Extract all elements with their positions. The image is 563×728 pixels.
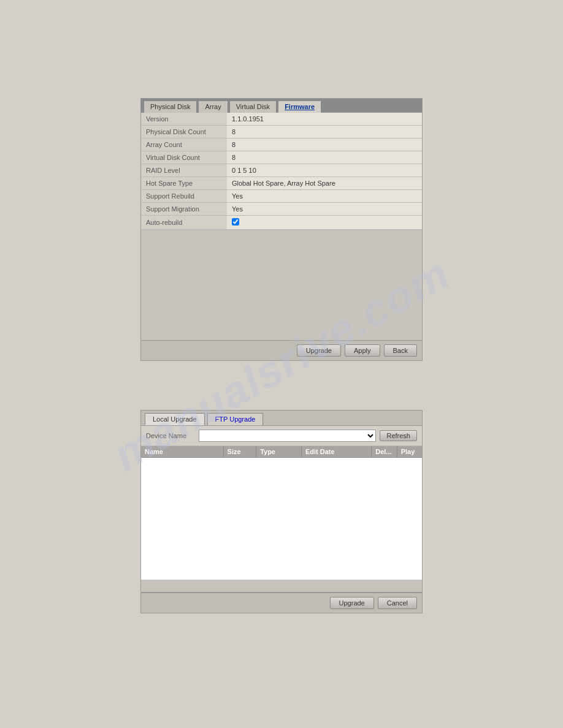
firmware-button-bar: Upgrade Apply Back [141, 340, 422, 360]
firmware-panel: Physical Disk Array Virtual Disk Firmwar… [140, 98, 423, 361]
table-row: Virtual Disk Count 8 [141, 151, 422, 164]
upgrade-panel: Local Upgrade FTP Upgrade Device Name Re… [140, 410, 423, 613]
row-value: 8 [227, 138, 422, 151]
refresh-button[interactable]: Refresh [380, 430, 417, 441]
tab-ftp-upgrade[interactable]: FTP Upgrade [207, 413, 264, 425]
back-button[interactable]: Back [384, 344, 417, 357]
col-header-name: Name [141, 446, 224, 457]
table-row: Physical Disk Count 8 [141, 126, 422, 138]
auto-rebuild-checkbox[interactable] [232, 218, 239, 226]
col-header-play: Play [397, 446, 422, 457]
col-header-date: Edit Date [302, 446, 372, 457]
row-value: 1.1.0.1951 [227, 113, 422, 126]
row-key: Virtual Disk Count [141, 151, 227, 164]
device-name-row: Device Name Refresh [141, 426, 422, 446]
apply-button[interactable]: Apply [345, 344, 380, 357]
row-key: Auto-rebuild [141, 216, 227, 230]
tab-firmware[interactable]: Firmware [278, 100, 321, 113]
row-value: 8 [227, 126, 422, 138]
firmware-content-area [141, 230, 422, 340]
col-header-type: Type [256, 446, 302, 457]
upgrade-bottom-area [141, 580, 422, 593]
row-value-checkbox[interactable] [227, 216, 422, 230]
row-key: Support Rebuild [141, 190, 227, 203]
row-value: Yes [227, 203, 422, 216]
file-list-header: Name Size Type Edit Date Del... Play [141, 446, 422, 458]
tab-bar-1: Physical Disk Array Virtual Disk Firmwar… [141, 99, 422, 112]
tab-virtual-disk[interactable]: Virtual Disk [229, 100, 277, 113]
row-key: Array Count [141, 138, 227, 151]
cancel-button[interactable]: Cancel [378, 597, 417, 609]
row-key: Version [141, 113, 227, 126]
row-value: 0 1 5 10 [227, 164, 422, 177]
device-name-label: Device Name [146, 432, 195, 439]
tab-physical-disk[interactable]: Physical Disk [144, 100, 197, 113]
tab-array[interactable]: Array [198, 100, 228, 113]
upgrade-button[interactable]: Upgrade [297, 344, 341, 357]
row-key: Hot Spare Type [141, 177, 227, 190]
table-row: Auto-rebuild [141, 216, 422, 230]
row-value: Yes [227, 190, 422, 203]
firmware-info-table: Version 1.1.0.1951 Physical Disk Count 8… [141, 113, 422, 230]
table-row: Hot Spare Type Global Hot Spare, Array H… [141, 177, 422, 190]
table-row: RAID Level 0 1 5 10 [141, 164, 422, 177]
col-header-del: Del... [372, 446, 397, 457]
tab-local-upgrade[interactable]: Local Upgrade [145, 413, 205, 425]
row-value: Global Hot Spare, Array Hot Spare [227, 177, 422, 190]
col-header-size: Size [224, 446, 257, 457]
file-list-body [141, 458, 422, 580]
upgrade-button-2[interactable]: Upgrade [330, 597, 374, 609]
table-row: Support Rebuild Yes [141, 190, 422, 203]
row-value: 8 [227, 151, 422, 164]
row-key: Physical Disk Count [141, 126, 227, 138]
firmware-info-table-area: Version 1.1.0.1951 Physical Disk Count 8… [141, 112, 422, 230]
device-name-select[interactable] [199, 430, 376, 442]
table-row: Support Migration Yes [141, 203, 422, 216]
tab-bar-2: Local Upgrade FTP Upgrade [141, 411, 422, 426]
row-key: RAID Level [141, 164, 227, 177]
row-key: Support Migration [141, 203, 227, 216]
table-row: Version 1.1.0.1951 [141, 113, 422, 126]
table-row: Array Count 8 [141, 138, 422, 151]
upgrade-button-bar: Upgrade Cancel [141, 593, 422, 613]
